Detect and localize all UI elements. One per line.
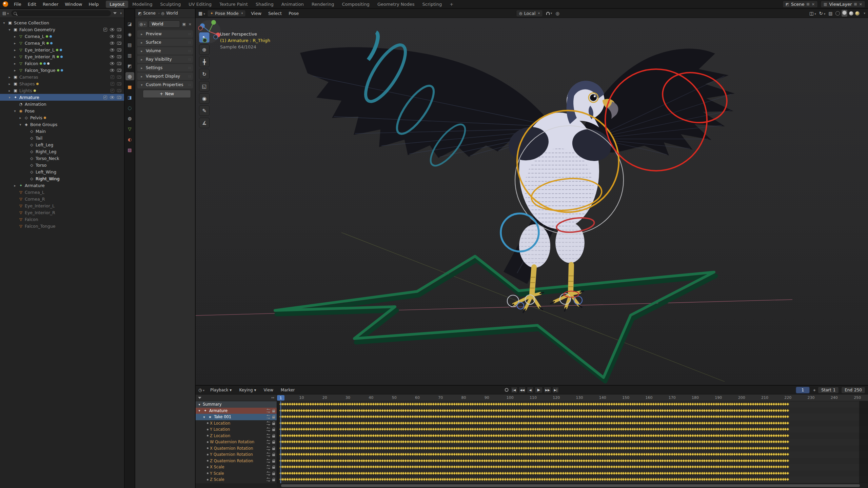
outliner-item-eye-interior-r[interactable]: ▽Eye_Interior_R [0,209,124,216]
channel-z-scale[interactable]: Z Scale [196,476,277,483]
channel-y-scale[interactable]: Y Scale [196,470,277,477]
keyframe[interactable] [786,403,789,406]
outliner-item-eye-interior-r[interactable]: ▸▽Eye_Interior_R [0,53,124,60]
outliner-item-eye-interior-l[interactable]: ▸▽Eye_Interior_L [0,46,124,53]
world-browse-button[interactable]: ◎▾ [138,21,147,27]
expand-caret-icon[interactable]: ▾ [7,96,12,99]
checkbox-toggle[interactable] [103,96,107,99]
keyframe[interactable] [786,434,789,437]
render-visibility-toggle[interactable] [117,42,121,45]
outliner-item-lights[interactable]: ▸▣Lights [0,87,124,94]
lock-icon[interactable] [272,467,275,469]
eye-visibility-toggle[interactable] [110,55,114,58]
outliner-item-pose[interactable]: ▾◉Pose [0,107,124,114]
section-header-settings[interactable]: ▸Settings∷ [137,64,193,72]
expand-caret-icon[interactable]: ▸ [13,184,17,187]
workspace-tab-animation[interactable]: Animation [278,1,308,8]
modifiers-icon[interactable] [267,472,270,475]
new-scene-icon[interactable]: ⊞ [807,2,810,6]
modifiers-icon[interactable] [267,415,270,418]
outliner-item-armature[interactable]: ▸✦Armature [0,182,124,189]
scrollbar-thumb[interactable] [281,484,860,487]
keyframe-area[interactable]: 1020304050607080901001101201301401501601… [277,394,868,483]
channel-z-location[interactable]: Z Location [196,433,277,439]
render-visibility-toggle[interactable] [117,69,121,72]
eye-visibility-toggle[interactable] [110,35,114,38]
expand-caret-icon[interactable]: ▾ [18,123,22,126]
properties-tab-constraints[interactable]: ◍ [125,114,134,122]
keyframe[interactable] [786,415,789,418]
breadcrumb-world[interactable]: World [166,11,178,16]
workspace-tab-uv-editing[interactable]: UV Editing [185,1,215,8]
menu-render[interactable]: Render [40,1,61,8]
outliner-item-main[interactable]: ◇Main [0,128,124,135]
render-visibility-toggle[interactable] [117,35,121,38]
render-visibility-toggle[interactable] [117,28,121,31]
render-visibility-toggle[interactable] [117,55,121,58]
section-caret-icon[interactable]: ▸ [140,32,144,36]
lock-icon[interactable] [272,416,275,419]
expand-caret-icon[interactable]: ▸ [13,35,17,38]
channel-x-quaternion-rotation[interactable]: X Quaternion Rotation [196,445,277,452]
expand-caret-icon[interactable]: ▸ [7,82,12,86]
properties-tab-modifiers[interactable]: ◨ [125,93,134,101]
viewport-menu-pose[interactable]: Pose [285,10,302,17]
keyframe[interactable] [786,465,789,468]
next-keyframe-button[interactable]: ▶▶ [544,387,551,393]
outliner-item-right-leg[interactable]: ◇Right_Leg [0,148,124,155]
prev-keyframe-button[interactable]: ◀◀ [518,387,526,393]
timeline-menu-marker[interactable]: Marker [278,387,298,393]
workspace-tab-modeling[interactable]: Modeling [129,1,156,8]
channel-caret-icon[interactable]: ▾ [197,403,201,406]
menu-edit[interactable]: Edit [25,1,39,8]
channel-z-quaternion-rotation[interactable]: Z Quaternion Rotation [196,458,277,464]
outliner-item-right-wing[interactable]: ◇Right_Wing [0,175,124,182]
properties-tab-physics[interactable]: ◌ [125,104,134,112]
auto-key-record-button[interactable] [505,388,508,392]
channel-y-quaternion-rotation[interactable]: Y Quaternion Rotation [196,451,277,458]
menu-help[interactable]: Help [86,1,102,8]
properties-tab-output[interactable]: ▤ [125,41,134,49]
section-header-preview[interactable]: ▸Preview∷ [137,30,193,38]
modifiers-icon[interactable] [267,466,270,468]
lock-icon[interactable] [272,410,275,412]
channel-armature[interactable]: ▾✦Armature [196,408,277,414]
outliner-item-left-wing[interactable]: ◇Left_Wing [0,168,124,175]
properties-tab-object-data[interactable]: ▽ [125,125,134,133]
outliner-item-falcon-tongue[interactable]: ▽Falcon_Tongue [0,223,124,229]
keyframe[interactable] [786,440,789,443]
outliner-item-cornea-l[interactable]: ▽Cornea_L [0,189,124,196]
xray-icon[interactable]: ▨ [828,11,832,16]
editor-type-icon[interactable]: ▦▾ [198,11,205,16]
outliner-item-tail[interactable]: ◇Tail [0,135,124,141]
outliner-item-torso[interactable]: ◇Torso [0,162,124,168]
frame-ruler[interactable]: 1020304050607080901001101201301401501601… [277,394,868,401]
properties-tab-object[interactable]: ■ [125,83,134,91]
expand-caret-icon[interactable]: ▸ [18,116,22,120]
outliner-item-scene-collection[interactable]: ▾▣Scene Collection [0,19,124,26]
modifiers-icon[interactable] [267,460,270,462]
eye-visibility-toggle[interactable] [110,69,114,72]
lock-icon[interactable] [272,473,275,475]
snap-magnet-icon[interactable]: ▾ [546,12,552,15]
eye-visibility-toggle[interactable] [110,28,114,31]
channel-w-quaternion-rotation[interactable]: W Quaternion Rotation [196,439,277,445]
modifiers-icon[interactable] [267,428,270,431]
current-frame-field[interactable]: 1 [796,387,810,393]
viewport-menu-select[interactable]: Select [265,10,285,17]
menu-window[interactable]: Window [62,1,85,8]
jump-to-end-button[interactable]: ▶| [552,387,559,393]
shading-rendered-icon[interactable] [855,11,860,16]
channel-y-location[interactable]: Y Location [196,426,277,433]
viewport-menu-view[interactable]: View [248,10,264,17]
navigation-gizmo[interactable] [196,18,868,385]
workspace-tab-geometry-nodes[interactable]: Geometry Nodes [374,1,418,8]
expand-caret-icon[interactable]: ▸ [13,48,17,52]
shading-wireframe-icon[interactable] [835,11,840,16]
modifiers-icon[interactable] [267,409,270,412]
eye-visibility-toggle[interactable] [110,48,114,52]
section-caret-icon[interactable]: ▸ [140,75,144,78]
section-header-viewport-display[interactable]: ▸Viewport Display∷ [137,73,193,80]
editor-type-icon[interactable]: ◷▾ [198,388,204,392]
section-header-custom-properties[interactable]: ▾Custom Properties∷ [137,81,193,88]
